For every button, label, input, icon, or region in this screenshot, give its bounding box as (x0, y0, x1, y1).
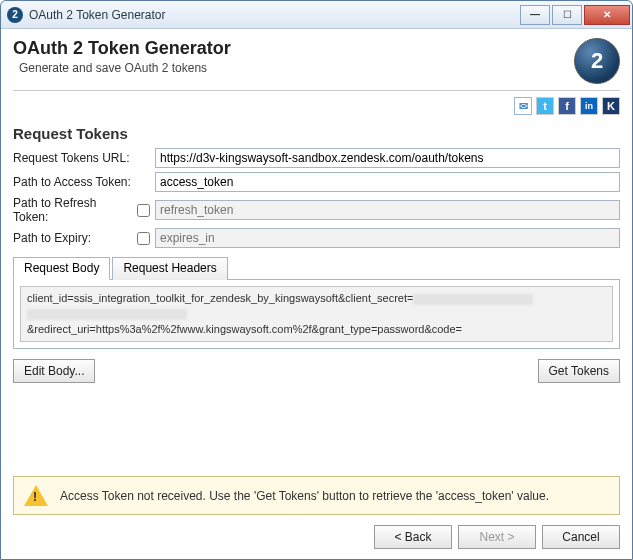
redacted-secret (413, 294, 533, 305)
tab-request-headers[interactable]: Request Headers (112, 257, 227, 280)
cancel-button[interactable]: Cancel (542, 525, 620, 549)
k-icon[interactable]: K (602, 97, 620, 115)
header: OAuth 2 Token Generator Generate and sav… (13, 38, 620, 91)
linkedin-icon[interactable]: in (580, 97, 598, 115)
window-frame: 2 OAuth 2 Token Generator OAuth 2 Token … (0, 0, 633, 560)
warning-icon (24, 485, 48, 506)
window-title: OAuth 2 Token Generator (29, 8, 520, 22)
expiry-checkbox[interactable] (137, 232, 150, 245)
tab-request-body[interactable]: Request Body (13, 257, 110, 280)
refresh-token-input (155, 200, 620, 220)
tab-body-panel: client_id=ssis_integration_toolkit_for_z… (13, 280, 620, 349)
warning-banner: Access Token not received. Use the 'Get … (13, 476, 620, 515)
oauth-logo: 2 (574, 38, 620, 84)
email-icon[interactable]: ✉ (514, 97, 532, 115)
url-input[interactable] (155, 148, 620, 168)
get-tokens-button[interactable]: Get Tokens (538, 359, 620, 383)
back-button[interactable]: < Back (374, 525, 452, 549)
client-area: OAuth 2 Token Generator Generate and sav… (1, 29, 632, 559)
tabs: Request Body Request Headers client_id=s… (13, 256, 620, 349)
body-part2: &redirect_uri=https%3a%2f%2fwww.kingsway… (27, 323, 462, 335)
access-token-label: Path to Access Token: (13, 175, 131, 189)
refresh-token-label: Path to Refresh Token: (13, 196, 131, 224)
section-heading: Request Tokens (13, 125, 620, 142)
refresh-token-checkbox[interactable] (137, 204, 150, 217)
form-area: Request Tokens URL: Path to Access Token… (13, 148, 620, 383)
url-label: Request Tokens URL: (13, 151, 131, 165)
next-button: Next > (458, 525, 536, 549)
expiry-label: Path to Expiry: (13, 231, 131, 245)
expiry-input (155, 228, 620, 248)
social-row: ✉ t f in K (13, 97, 620, 115)
app-icon: 2 (7, 7, 23, 23)
close-button[interactable] (584, 5, 630, 25)
body-part1: client_id=ssis_integration_toolkit_for_z… (27, 292, 413, 304)
titlebar[interactable]: 2 OAuth 2 Token Generator (1, 1, 632, 29)
facebook-icon[interactable]: f (558, 97, 576, 115)
warning-text: Access Token not received. Use the 'Get … (60, 489, 549, 503)
edit-body-button[interactable]: Edit Body... (13, 359, 95, 383)
footer-buttons: < Back Next > Cancel (13, 525, 620, 549)
maximize-button[interactable] (552, 5, 582, 25)
request-body-text: client_id=ssis_integration_toolkit_for_z… (20, 286, 613, 342)
redacted-line2 (27, 309, 187, 320)
access-token-input[interactable] (155, 172, 620, 192)
page-title: OAuth 2 Token Generator (13, 38, 231, 59)
minimize-button[interactable] (520, 5, 550, 25)
page-subtitle: Generate and save OAuth 2 tokens (13, 61, 231, 75)
twitter-icon[interactable]: t (536, 97, 554, 115)
